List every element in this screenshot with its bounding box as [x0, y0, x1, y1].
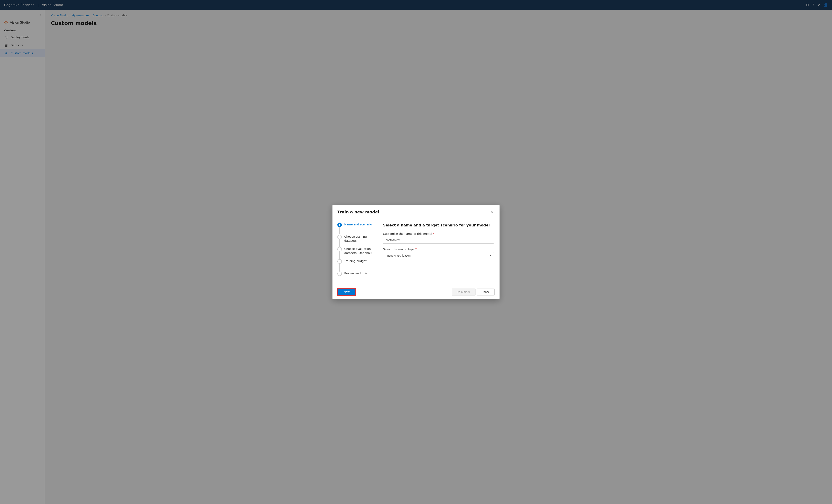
step-4-line-container	[337, 259, 342, 271]
step-1-circle	[337, 222, 342, 227]
step-5-label: Review and finish	[344, 271, 369, 275]
modal-title: Train a new model	[337, 210, 379, 214]
step-3-row: Choose evaluation datasets (Optional)	[337, 247, 372, 259]
model-name-group: Customize the name of this model *	[383, 232, 494, 243]
step-4-circle	[337, 259, 342, 264]
model-type-label: Select the model type *	[383, 248, 494, 251]
modal-dialog: Train a new model × Name and scenario	[333, 205, 499, 299]
modal-header: Train a new model ×	[333, 205, 499, 218]
step-3-label: Choose evaluation datasets (Optional)	[344, 247, 372, 255]
step-1-line-container	[337, 222, 342, 234]
form-panel: Select a name and a target scenario for …	[377, 218, 499, 285]
steps-panel: Name and scenario Choose training datase…	[333, 218, 377, 285]
step-5-circle	[337, 271, 342, 276]
step-3-connector	[339, 251, 340, 259]
model-name-label: Customize the name of this model *	[383, 232, 494, 235]
step-1-row: Name and scenario	[337, 222, 372, 234]
cancel-button[interactable]: Cancel	[477, 289, 495, 295]
step-4-row: Training budget	[337, 259, 372, 271]
step-4-label: Training budget	[344, 259, 366, 263]
train-model-button: Train model	[452, 289, 475, 295]
step-1-label: Name and scenario	[344, 222, 372, 227]
modal-overlay: Train a new model × Name and scenario	[0, 0, 832, 504]
step-2-row: Choose training datasets	[337, 234, 372, 247]
model-type-group: Select the model type * Image classifica…	[383, 248, 494, 259]
footer-right-actions: Train model Cancel	[452, 289, 495, 295]
next-button[interactable]: Next	[337, 288, 356, 296]
modal-close-button[interactable]: ×	[489, 209, 495, 215]
step-5-row: Review and finish	[337, 271, 372, 281]
step-5-line-container	[337, 271, 342, 276]
modal-body: Name and scenario Choose training datase…	[333, 218, 499, 285]
step-2-connector	[339, 239, 340, 247]
step-2-label: Choose training datasets	[344, 234, 372, 243]
step-4-connector	[339, 264, 340, 271]
model-type-required: *	[415, 248, 417, 251]
steps-list: Name and scenario Choose training datase…	[337, 222, 372, 281]
model-type-select-wrapper: Image classification Object detection Pr…	[383, 252, 494, 259]
step-3-line-container	[337, 247, 342, 259]
step-1-connector	[339, 227, 340, 234]
form-heading: Select a name and a target scenario for …	[383, 223, 494, 227]
model-name-input[interactable]	[383, 237, 494, 243]
model-name-required: *	[433, 232, 434, 235]
step-3-circle	[337, 247, 342, 251]
step-2-circle	[337, 235, 342, 239]
model-type-select[interactable]: Image classification Object detection Pr…	[383, 252, 494, 259]
step-2-line-container	[337, 234, 342, 247]
modal-footer: Next Train model Cancel	[333, 285, 499, 299]
